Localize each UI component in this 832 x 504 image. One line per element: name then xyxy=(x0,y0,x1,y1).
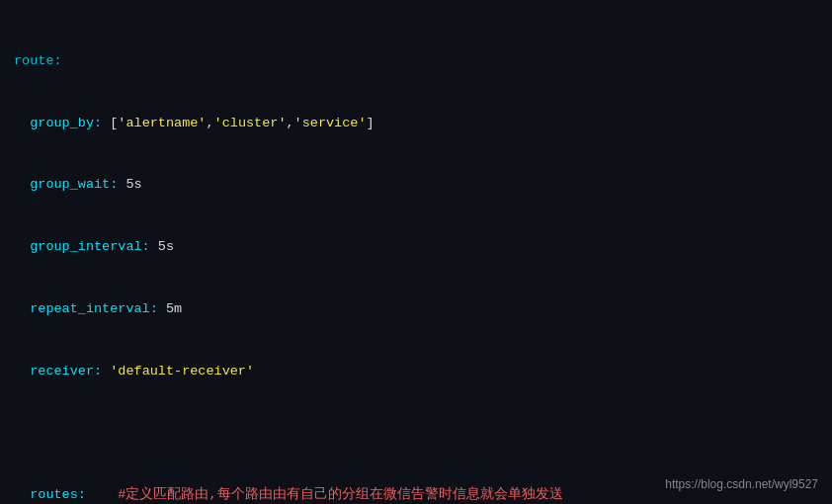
line-5: repeat_interval: 5m xyxy=(14,299,818,320)
watermark: https://blog.csdn.net/wyl9527 xyxy=(665,475,818,494)
line-1: route: xyxy=(14,51,818,72)
line-4: group_interval: 5s xyxy=(14,237,818,258)
line-7 xyxy=(14,423,818,444)
line-3: group_wait: 5s xyxy=(14,175,818,196)
line-2: group_by: ['alertname','cluster','servic… xyxy=(14,114,818,134)
code-container: route: group_by: ['alertname','cluster',… xyxy=(0,0,832,504)
line-6: receiver: 'default-receiver' xyxy=(14,362,818,382)
